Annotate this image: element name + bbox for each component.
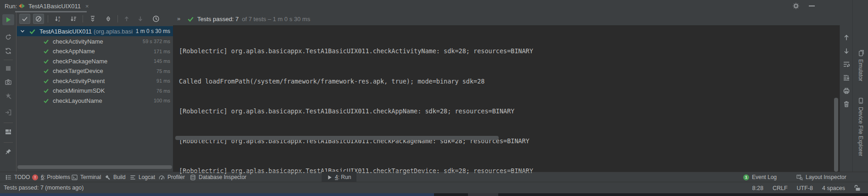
sort-alphabetically-button[interactable]: az <box>52 14 63 24</box>
tool-button-label: Profiler <box>167 174 185 180</box>
test-passed-icon <box>43 78 49 84</box>
run-console: [Robolectric] org.aplas.basicappx.TestA1… <box>173 25 840 172</box>
tool-button-problems[interactable]: ! 6: Problems <box>32 172 70 182</box>
stripe-label: Emulator <box>857 59 864 81</box>
test-row[interactable]: checkActivityName 59 s 372 ms <box>17 36 173 46</box>
test-runner-toolbar: az » Tests passed: 7 of 7 tests – 1 m 0 … <box>0 12 868 25</box>
chevron-down-icon[interactable] <box>20 28 25 34</box>
tool-button-label: Build <box>113 174 126 180</box>
taskbar-highlight <box>468 193 498 196</box>
restore-layout-icon[interactable] <box>2 126 14 137</box>
test-row[interactable]: checkPackageName 145 ms <box>17 56 173 66</box>
console-horizontal-scrollbar[interactable] <box>175 136 499 140</box>
terminal-icon <box>72 174 78 180</box>
lock-icon[interactable] <box>854 185 861 191</box>
previous-failed-test-button[interactable] <box>121 14 132 24</box>
rerun-tests-button[interactable] <box>2 14 14 25</box>
scroll-up-icon[interactable] <box>842 34 851 42</box>
test-history-icon[interactable] <box>150 14 161 24</box>
tool-button-label: Layout Inspector <box>806 174 846 180</box>
tests-passed-details: of 7 tests – 1 m 0 s 30 ms <box>242 16 310 22</box>
profiler-icon <box>159 174 165 180</box>
test-name: checkActivityParent <box>53 78 105 84</box>
encoding-widget[interactable]: UTF-8 <box>797 185 813 191</box>
test-name: checkMinimumSDK <box>53 87 105 94</box>
attach-debugger-icon[interactable] <box>2 107 14 118</box>
tool-button-label: Event Log <box>752 174 777 180</box>
pin-tab-icon[interactable] <box>2 146 14 157</box>
run-play-icon <box>327 175 332 180</box>
clear-console-icon[interactable] <box>842 100 851 108</box>
run-window-header: Run: TestA1BasicUIX011 × <box>0 0 868 12</box>
tool-button-run-selected[interactable]: 4: Run <box>322 172 356 182</box>
print-icon[interactable] <box>842 87 851 95</box>
apply-changes-icon[interactable] <box>2 90 14 101</box>
test-row[interactable]: checkLayoutName 100 ms <box>17 95 173 106</box>
indent-widget[interactable]: 4 spaces <box>822 185 845 191</box>
tool-button-layout-inspector[interactable]: Layout Inspector <box>796 172 846 182</box>
line-separator-widget[interactable]: CRLF <box>773 185 788 191</box>
test-name: checkLayoutName <box>53 97 102 104</box>
thread-dump-icon[interactable] <box>2 77 14 88</box>
scroll-down-icon[interactable] <box>842 47 851 55</box>
tool-button-label: 6: Problems <box>41 174 70 180</box>
tests-passed-count: Tests passed: 7 <box>197 16 239 22</box>
test-summary: Tests passed: 7 of 7 tests – 1 m 0 s 30 … <box>187 12 310 25</box>
tree-horizontal-scrollbar[interactable] <box>17 165 172 169</box>
test-row[interactable]: checkActivityParent 91 ms <box>17 76 173 86</box>
tool-button-todo[interactable]: TODO <box>6 172 30 182</box>
stripe-button-device-file-explorer[interactable]: Device File Explorer <box>853 97 868 156</box>
test-name: checkPackageName <box>53 58 107 65</box>
tool-button-label: Terminal <box>80 174 101 180</box>
tool-button-profiler[interactable]: Profiler <box>159 172 185 182</box>
test-passed-icon <box>29 28 36 35</box>
test-row[interactable]: checkMinimumSDK 76 ms <box>17 86 173 96</box>
caret-position-widget[interactable]: 8:28 <box>752 185 763 191</box>
todo-icon <box>6 174 11 180</box>
sort-by-duration-button[interactable] <box>68 14 79 24</box>
show-ignored-button[interactable] <box>33 14 44 24</box>
console-vertical-scrollbar[interactable] <box>834 98 838 172</box>
problems-error-icon: ! <box>32 174 38 180</box>
test-duration: 75 ms <box>156 68 170 74</box>
toggle-auto-test-icon[interactable] <box>2 45 14 56</box>
run-config-tab-label: TestA1BasicUIX011 <box>28 3 81 10</box>
status-widgets: 8:28 CRLF UTF-8 4 spaces <box>752 182 861 194</box>
test-row[interactable]: checkTargetDevice 75 ms <box>17 66 173 76</box>
hide-tool-window-icon[interactable] <box>809 6 815 6</box>
stop-button[interactable] <box>2 63 14 74</box>
test-row[interactable]: checkAppName 171 ms <box>17 46 173 56</box>
collapse-all-button[interactable] <box>103 14 114 24</box>
show-passed-button[interactable] <box>19 14 30 24</box>
expand-all-button[interactable] <box>87 14 98 24</box>
test-duration: 100 ms <box>154 98 170 103</box>
tool-button-event-log[interactable]: 1 Event Log <box>743 172 777 182</box>
soft-wrap-icon[interactable] <box>842 60 851 68</box>
tool-button-terminal[interactable]: Terminal <box>72 172 101 182</box>
test-passed-icon <box>43 88 49 94</box>
taskbar-edge <box>0 193 868 196</box>
tool-button-database-inspector[interactable]: Database Inspector <box>190 172 246 182</box>
stripe-button-emulator[interactable]: Emulator <box>853 50 868 81</box>
scroll-to-end-icon[interactable] <box>842 73 851 82</box>
android-junit-config-icon <box>19 3 26 9</box>
close-icon[interactable]: × <box>85 3 89 10</box>
toolbar-overflow-icon[interactable]: » <box>177 15 179 22</box>
status-bar: Tests passed: 7 (moments ago) 8:28 CRLF … <box>0 182 868 193</box>
tool-button-logcat[interactable]: Logcat <box>130 172 155 182</box>
tool-button-build[interactable]: Build <box>105 172 126 182</box>
device-icon <box>857 97 864 104</box>
test-passed-icon <box>43 39 49 45</box>
console-line: Called loadFromPath(/system/framework/fr… <box>179 77 540 87</box>
test-root-row[interactable]: TestA1BasicUIX011 (org.aplas.basi 1 m 0 … <box>17 26 173 36</box>
emulator-icon <box>857 50 864 56</box>
toolbar-separator <box>4 142 13 143</box>
rerun-failed-tests-button[interactable] <box>2 32 14 43</box>
gear-icon[interactable] <box>792 2 800 10</box>
test-root-duration: 1 m 0 s 30 ms <box>136 28 170 34</box>
tool-button-label: TODO <box>14 174 30 180</box>
run-config-tab[interactable]: TestA1BasicUIX011 × <box>15 0 93 12</box>
test-name: checkActivityName <box>53 38 103 45</box>
next-failed-test-button[interactable] <box>135 14 146 24</box>
svg-text:z: z <box>58 19 60 22</box>
